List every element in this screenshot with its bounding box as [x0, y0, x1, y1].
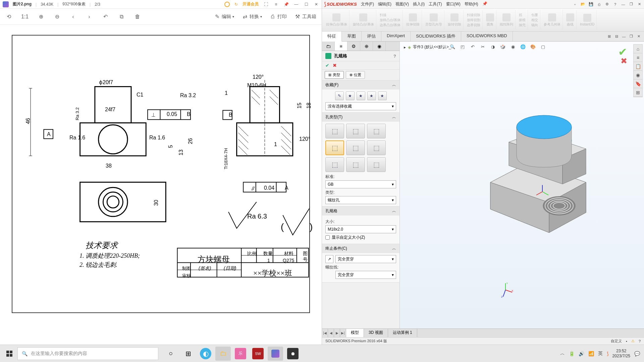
ribbon-refgeom[interactable]: 参考几何体 [542, 10, 563, 30]
display-mode-icon[interactable]: ◉ [509, 43, 517, 50]
menu-help[interactable]: 帮助(H) [465, 1, 478, 7]
status-custom[interactable]: 自定义 [611, 339, 622, 344]
reject-feature-button[interactable]: ✖ [621, 56, 627, 66]
ribbon-extrude[interactable]: 拉伸凸台/基体 [324, 10, 350, 30]
prev-view-icon[interactable]: ↶ [469, 43, 476, 50]
section-favorites[interactable]: 收藏(F)︿ [322, 80, 399, 89]
hole-type-thread[interactable]: ⬚ [325, 140, 344, 155]
clock[interactable]: 23:52 2023/7/25 [612, 349, 630, 358]
panel-tab-appearance[interactable]: ◉ [373, 42, 386, 51]
ribbon-cut-extrude[interactable]: 拉伸切除 [404, 10, 422, 30]
menu-window[interactable]: 窗口(W) [446, 1, 461, 7]
cortana-icon[interactable]: ○ [163, 347, 178, 361]
save-icon[interactable]: 💾 [588, 2, 594, 7]
undo-tool[interactable]: ↶ [102, 13, 109, 20]
fullscreen-icon[interactable]: ⛶ [263, 2, 269, 7]
display-style-icon[interactable]: ◑ [489, 43, 496, 50]
notification-icon[interactable]: 💬 [634, 351, 640, 356]
close-icon[interactable]: ✕ [314, 2, 319, 7]
side-home-icon[interactable]: ⌂ [634, 45, 642, 53]
menu-icon[interactable]: ≡ [273, 2, 279, 7]
menu-view[interactable]: 视图(V) [395, 1, 409, 7]
sogou-icon[interactable]: ⟆ [607, 351, 608, 356]
section-icon[interactable]: ✂ [479, 43, 486, 50]
type-dropdown[interactable]: 螺纹孔▾ [325, 196, 396, 204]
panel-tab-property[interactable]: ≡ [335, 42, 347, 51]
status-help-icon[interactable]: ? [639, 339, 641, 343]
minimize-child-icon[interactable]: — [621, 34, 627, 39]
collapse-icon[interactable]: ⊟ [614, 34, 619, 39]
ribbon-revolve[interactable]: 旋转凸台/基体 [351, 10, 376, 30]
size-dropdown[interactable]: M18x2.0▾ [325, 225, 396, 233]
fav-icon-1[interactable]: ✎ [335, 92, 344, 100]
task-view-icon[interactable]: ⊞ [180, 347, 196, 361]
3d-viewport[interactable]: ▸◈零件3 (默认<<默认>_... 🔍 ◰ ↶ ✂ ◑ 🎲 ◉ 🌐 🎨 ▢ ✔… [400, 42, 644, 328]
taskbar-search[interactable]: 🔍 在这里输入你要搜索的内容 [17, 347, 158, 360]
toolbox-button[interactable]: ⚒工具箱 [294, 13, 316, 20]
btab-model[interactable]: 模型 [346, 329, 364, 337]
ribbon-instant3d[interactable]: Instant3D [578, 10, 597, 30]
close-icon[interactable]: ✕ [637, 2, 642, 7]
start-button[interactable] [1, 345, 17, 362]
viewport-icon[interactable]: ▢ [539, 43, 547, 50]
menu-tools[interactable]: 工具(T) [429, 1, 442, 7]
tab-plugin[interactable]: SOLIDWORKS 插件 [411, 32, 461, 41]
expand-icon[interactable]: ⊞ [606, 34, 612, 39]
side-materials-icon[interactable]: ◉ [634, 71, 642, 79]
pin-menu-icon[interactable]: 📌 [482, 1, 487, 7]
fav-icon-4[interactable]: ★ [367, 92, 376, 100]
panel-tab-dimxpert[interactable]: ⊕ [360, 42, 373, 51]
ribbon-revolve-cut[interactable]: 旋转切除 [446, 10, 464, 30]
scene-icon[interactable]: 🌐 [519, 43, 527, 50]
appearance-icon[interactable]: 🎨 [529, 43, 537, 50]
battery-icon[interactable]: 🔋 [569, 351, 575, 356]
tab-dimxpert[interactable]: DimXpert [381, 32, 411, 41]
view-orient-icon[interactable]: 🎲 [499, 43, 506, 50]
minimize-icon[interactable]: — [293, 2, 299, 7]
section-end-cond[interactable]: 终止条件(C)︿ [322, 244, 399, 253]
tab-sketch[interactable]: 草图 [342, 32, 362, 41]
confirm-ok-button[interactable]: ✔ [325, 63, 329, 68]
favorites-dropdown[interactable]: 没有选择收藏▾ [325, 102, 396, 110]
close-child-icon[interactable]: ✕ [636, 34, 641, 39]
tab-feature[interactable]: 特征 [322, 32, 342, 42]
pin-icon[interactable]: 📌 [283, 2, 289, 7]
ribbon-hole-wizard[interactable]: 异型孔向导 [423, 10, 444, 30]
hole-type-legacy[interactable]: ⬚ [367, 140, 386, 155]
hole-type-slot1[interactable]: ⬚ [325, 157, 344, 172]
zoom-in-tool[interactable]: ⊕ [38, 13, 44, 20]
fav-icon-2[interactable]: ★ [346, 92, 355, 100]
zoom-area-icon[interactable]: ◰ [459, 43, 466, 50]
panel-tab-config[interactable]: ⚙ [347, 42, 360, 51]
maximize-icon[interactable]: ☐ [304, 2, 309, 7]
recorder-icon[interactable]: ⏺ [287, 348, 299, 359]
menu-insert[interactable]: 插入(I) [413, 1, 425, 7]
vip-button[interactable]: 开通会员 [243, 1, 259, 7]
ribbon-fillet[interactable]: 圆角 [484, 10, 496, 30]
image-canvas[interactable]: ϕ20f7 C1 Ra 3.2 24f7 0.05 B A Ra 1.6 Ra … [0, 25, 322, 345]
hole-type-countersink[interactable]: ⬚ [346, 124, 365, 138]
hole-type-counterbore[interactable]: ⬚ [325, 124, 344, 138]
tab-mbd[interactable]: SOLIDWORKS MBD [461, 32, 513, 41]
status-warning-icon[interactable]: ⚠ [631, 339, 635, 343]
standard-dropdown[interactable]: GB▾ [325, 180, 396, 188]
menu-file[interactable]: 文件(F) [361, 1, 374, 7]
ime-icon[interactable]: 英 [598, 351, 603, 357]
delete-tool[interactable]: 🗑 [134, 13, 141, 20]
edit-button[interactable]: ✎编辑▾ [214, 13, 234, 20]
options-icon[interactable]: ⚙ [604, 2, 610, 7]
panel-tab-feature-tree[interactable]: 🗀 [322, 42, 335, 51]
btab-3dview[interactable]: 3D 视图 [364, 329, 388, 337]
new-doc-icon[interactable]: ▫ [572, 2, 578, 7]
breadcrumb[interactable]: ▸◈零件3 (默认<<默认>_... [404, 44, 454, 50]
menu-edit[interactable]: 编辑(E) [378, 1, 391, 7]
open-icon[interactable]: 📂 [580, 2, 586, 7]
minimize-icon[interactable]: — [621, 2, 626, 7]
print-button[interactable]: ⎙打印 [269, 13, 287, 20]
fit-tool[interactable]: 1:1 [21, 13, 28, 20]
ribbon-wrap[interactable]: 包覆相交镜向 [529, 10, 540, 30]
hole-type-hole[interactable]: ⬚ [367, 124, 386, 138]
btab-last[interactable]: ▶| [340, 329, 346, 337]
hole-type-pipe[interactable]: ⬚ [346, 140, 365, 155]
subtab-type[interactable]: ⊞类型 [325, 71, 344, 79]
